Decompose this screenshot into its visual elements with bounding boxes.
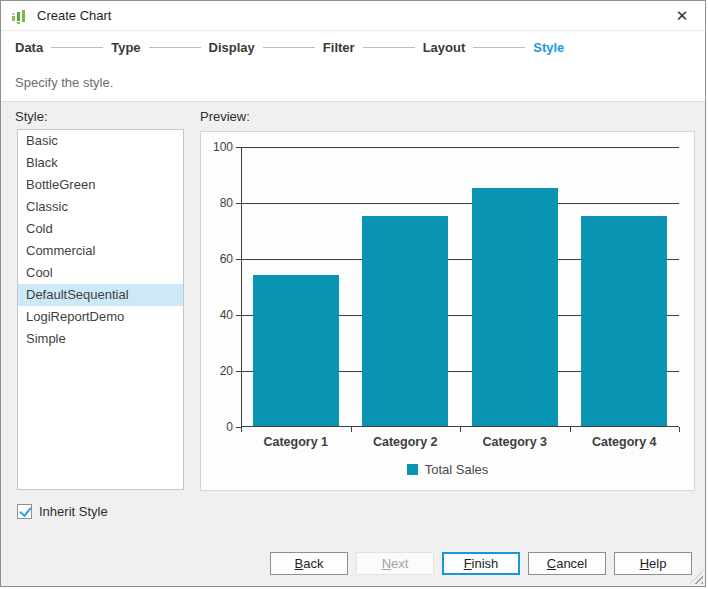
category-label: Category 3 — [460, 435, 570, 449]
style-option-basic[interactable]: Basic — [18, 130, 183, 152]
step-connector — [149, 47, 201, 48]
style-option-black[interactable]: Black — [18, 152, 183, 174]
y-tick-label: 20 — [203, 364, 233, 378]
x-tick-mark — [351, 427, 352, 432]
finish-button[interactable]: Finish — [442, 552, 520, 575]
bar-category-4 — [581, 216, 667, 426]
step-connector — [363, 47, 415, 48]
step-connector — [263, 47, 315, 48]
y-tick-label: 40 — [203, 308, 233, 322]
category-axis-labels: Category 1Category 2Category 3Category 4 — [241, 435, 679, 449]
cancel-button[interactable]: Cancel — [528, 552, 606, 575]
next-button[interactable]: Next — [356, 552, 434, 575]
wizard-subtitle: Specify the style. — [15, 75, 113, 90]
style-list: BasicBlackBottleGreenClassicColdCommerci… — [17, 129, 184, 490]
x-tick-mark — [241, 427, 242, 432]
back-button[interactable]: Back — [270, 552, 348, 575]
step-connector — [473, 47, 525, 48]
create-chart-dialog: Create Chart ✕ DataTypeDisplayFilterLayo… — [0, 0, 706, 587]
category-label: Category 2 — [351, 435, 461, 449]
bar-category-3 — [472, 188, 558, 426]
subtitle-row: Specify the style. — [1, 63, 705, 102]
window-title: Create Chart — [37, 8, 111, 23]
inherit-style-checkbox-row[interactable]: Inherit Style — [17, 504, 108, 519]
chart-icon — [11, 8, 28, 24]
inherit-style-label: Inherit Style — [39, 504, 108, 519]
style-option-defaultsequential[interactable]: DefaultSequential — [18, 284, 183, 306]
wizard-step-layout[interactable]: Layout — [423, 40, 466, 55]
step-connector — [51, 47, 103, 48]
wizard-step-style[interactable]: Style — [533, 40, 564, 55]
style-option-classic[interactable]: Classic — [18, 196, 183, 218]
y-axis-line — [241, 147, 242, 427]
legend-label: Total Sales — [425, 462, 489, 477]
wizard-step-display[interactable]: Display — [209, 40, 255, 55]
wizard-step-data[interactable]: Data — [15, 40, 43, 55]
gridline-y-80 — [241, 203, 679, 204]
legend-swatch — [407, 464, 418, 475]
category-label: Category 1 — [241, 435, 351, 449]
help-button[interactable]: Help — [614, 552, 692, 575]
wizard-step-type[interactable]: Type — [111, 40, 140, 55]
inherit-style-checkbox[interactable] — [17, 504, 32, 519]
wizard-steps: DataTypeDisplayFilterLayoutStyle — [1, 31, 705, 63]
y-tick-label: 100 — [203, 140, 233, 154]
x-tick-mark — [460, 427, 461, 432]
style-option-cool[interactable]: Cool — [18, 262, 183, 284]
style-option-cold[interactable]: Cold — [18, 218, 183, 240]
x-tick-mark — [679, 427, 680, 432]
category-label: Category 4 — [570, 435, 680, 449]
y-tick-label: 60 — [203, 252, 233, 266]
chart-preview: Category 1Category 2Category 3Category 4… — [200, 131, 695, 491]
bar-category-1 — [253, 275, 339, 426]
x-axis-line — [241, 426, 679, 427]
y-tick-label: 0 — [203, 420, 233, 434]
wizard-step-filter[interactable]: Filter — [323, 40, 355, 55]
chart-legend: Total Sales — [201, 462, 694, 477]
style-list-label: Style: — [15, 109, 48, 124]
y-tick-label: 80 — [203, 196, 233, 210]
style-option-bottlegreen[interactable]: BottleGreen — [18, 174, 183, 196]
gridline-y-100 — [241, 147, 679, 148]
style-option-commercial[interactable]: Commercial — [18, 240, 183, 262]
style-option-logireportdemo[interactable]: LogiReportDemo — [18, 306, 183, 328]
style-option-simple[interactable]: Simple — [18, 328, 183, 350]
bar-category-2 — [362, 216, 448, 426]
preview-label: Preview: — [200, 109, 250, 124]
plot-area — [241, 147, 679, 427]
x-tick-mark — [570, 427, 571, 432]
titlebar: Create Chart ✕ — [1, 1, 705, 31]
close-icon[interactable]: ✕ — [669, 4, 695, 28]
